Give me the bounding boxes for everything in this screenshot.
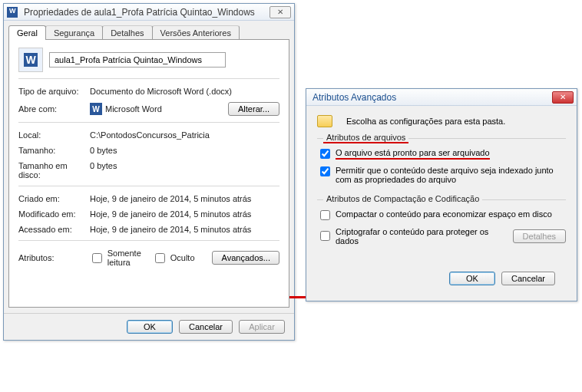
properties-footer: OK Cancelar Aplicar [4,313,294,340]
avancados-button[interactable]: Avançados... [212,251,279,265]
label-tamanho: Tamanho: [18,146,84,155]
tab-geral-body: W aula1_Profa Patrícia Quintao_Windows T… [8,39,289,308]
value-criado: Hoje, 9 de janeiro de 2014, 5 minutos at… [90,194,279,203]
label-arquivar: O arquivo está pronto para ser arquivado [336,148,490,160]
advanced-body: Escolha as configurações para esta pasta… [306,106,577,301]
label-local: Local: [18,130,84,140]
properties-window: Propriedades de aula1_Profa Patrícia Qui… [3,3,295,341]
check-criptografar[interactable] [320,231,330,241]
group-arquivos: Atributos de arquivos O arquivo está pro… [317,138,566,192]
legend-arquivos: Atributos de arquivos [323,133,408,143]
advanced-footer: OK Cancelar [317,261,566,293]
window-title: Propriedades de aula1_Profa Patrícia Qui… [21,7,270,18]
check-somente-leitura[interactable]: Somente leitura [89,249,141,267]
check-arquivar[interactable] [320,149,330,159]
tab-strip: Geral Segurança Detalhes Versões Anterio… [4,21,294,40]
label-compactar: Compactar o conteúdo para economizar esp… [336,209,552,219]
aplicar-button[interactable]: Aplicar [239,320,285,334]
file-type-icon: W [18,48,43,72]
tab-seguranca[interactable]: Segurança [45,25,103,40]
value-tipo: Documento do Microsoft Word (.docx) [90,87,279,96]
cancelar-button[interactable]: Cancelar [179,320,233,334]
properties-titlebar: Propriedades de aula1_Profa Patrícia Qui… [4,4,294,21]
advanced-titlebar: Atributos Avançados ✕ [306,89,577,106]
value-modificado: Hoje, 9 de janeiro de 2014, 5 minutos at… [90,209,279,219]
value-tamanho-disco: 0 bytes [90,161,279,170]
check-somente-leitura-box[interactable] [92,253,102,263]
value-abre: Microsoft Word [105,104,162,114]
advanced-attributes-window: Atributos Avançados ✕ Escolha as configu… [306,88,577,301]
value-acessado: Hoje, 9 de janeiro de 2014, 5 minutos at… [90,225,279,234]
advanced-cancelar-button[interactable]: Cancelar [501,272,555,285]
value-local: C:\PontodosConcursos_Patricia [90,130,279,140]
file-name-input[interactable]: aula1_Profa Patrícia Quintao_Windows [49,52,226,68]
word-document-icon [7,7,18,18]
label-tipo: Tipo de arquivo: [18,87,84,96]
word-app-icon: W [90,103,102,115]
label-modificado: Modificado em: [18,209,84,219]
legend-compactacao: Atributos de Compactação e Codificação [323,194,482,203]
group-compactacao: Atributos de Compactação e Codificação C… [317,199,566,253]
alterar-button[interactable]: Alterar... [228,102,279,116]
check-oculto-box[interactable] [155,253,165,263]
label-atributos: Atributos: [18,253,83,262]
tab-geral[interactable]: Geral [8,25,46,40]
advanced-close-button[interactable]: ✕ [552,91,574,104]
label-indexar: Permitir que o conteúdo deste arquivo se… [336,166,566,184]
check-compactar[interactable] [320,210,330,220]
ok-button[interactable]: OK [127,320,173,334]
check-oculto[interactable]: Oculto [152,251,195,265]
label-criado: Criado em: [18,194,84,203]
detalhes-button[interactable]: Detalhes [513,229,566,243]
label-acessado: Acessado em: [18,225,84,234]
advanced-ok-button[interactable]: OK [449,272,495,285]
tab-versoes-anteriores[interactable]: Versões Anteriores [152,25,240,40]
advanced-window-title: Atributos Avançados [309,92,552,103]
tab-detalhes[interactable]: Detalhes [102,25,152,40]
label-abre: Abre com: [18,104,84,114]
folder-icon [317,115,332,127]
value-tamanho: 0 bytes [90,146,279,155]
label-criptografar: Criptografar o conteúdo para proteger os… [336,227,505,245]
close-button[interactable]: ✕ [270,6,291,18]
check-indexar[interactable] [320,166,330,176]
label-tamanho-disco: Tamanho em disco: [18,161,84,180]
advanced-intro-text: Escolha as configurações para esta pasta… [346,117,505,126]
